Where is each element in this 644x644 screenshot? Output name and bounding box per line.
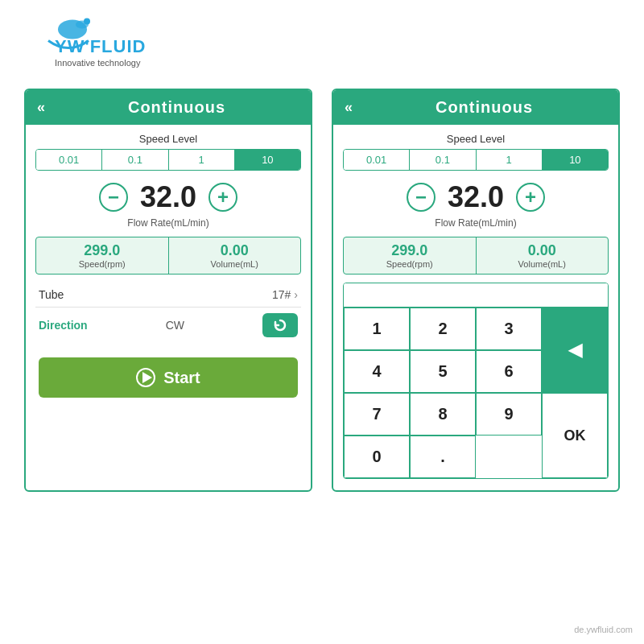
left-panel-header: « Continuous — [26, 90, 311, 125]
left-flow-value: 32.0 — [136, 180, 200, 214]
svg-text:YW'FLUID: YW'FLUID — [55, 36, 146, 56]
right-numpad: 1 2 3 ◀ 4 5 6 7 8 9 OK 0 . — [343, 283, 609, 479]
left-panel-title: Continuous — [54, 98, 299, 117]
left-speed-btn-10[interactable]: 10 — [235, 150, 300, 170]
right-speed-label: Speed(rpm) — [350, 259, 469, 269]
numpad-key-4[interactable]: 4 — [344, 350, 410, 393]
numpad-key-5[interactable]: 5 — [410, 350, 476, 393]
right-speed-btn-1[interactable]: 1 — [477, 150, 543, 170]
right-numpad-input[interactable] — [344, 283, 608, 308]
numpad-key-2[interactable]: 2 — [410, 308, 476, 350]
right-volume-label: Volume(mL) — [483, 259, 602, 269]
left-speed-cell: 299.0 Speed(rpm) — [36, 237, 169, 274]
left-start-label: Start — [163, 369, 200, 387]
numpad-backspace[interactable]: ◀ — [542, 308, 608, 393]
numpad-key-9[interactable]: 9 — [476, 393, 542, 436]
left-speed-value: 299.0 — [43, 242, 162, 259]
right-volume-value: 0.00 — [483, 242, 602, 259]
numpad-ok[interactable]: OK — [542, 393, 608, 478]
left-direction-label: Direction — [39, 319, 88, 332]
left-start-btn-wrap: Start — [35, 357, 301, 398]
right-plus-btn[interactable]: + — [516, 183, 545, 212]
right-speed-btn-0.1[interactable]: 0.1 — [410, 150, 476, 170]
numpad-key-6[interactable]: 6 — [476, 350, 542, 393]
left-plus-btn[interactable]: + — [208, 183, 237, 212]
right-panel-title: Continuous — [361, 98, 607, 117]
numpad-key-3[interactable]: 3 — [476, 308, 542, 350]
left-minus-btn[interactable]: − — [99, 183, 128, 212]
left-panel-body: Speed Level 0.01 0.1 1 10 − 32.0 + Flow … — [26, 125, 311, 409]
right-panel: « Continuous Speed Level 0.01 0.1 1 10 −… — [332, 89, 620, 492]
left-start-btn[interactable]: Start — [39, 357, 298, 398]
left-flow-unit: Flow Rate(mL/min) — [35, 217, 301, 229]
left-tube-chevron: › — [294, 288, 298, 301]
numpad-key-dot[interactable]: . — [410, 436, 476, 478]
left-speed-btn-1[interactable]: 1 — [169, 150, 235, 170]
right-speed-btn-0.01[interactable]: 0.01 — [344, 150, 410, 170]
right-speed-value: 299.0 — [350, 242, 469, 259]
left-tube-row: Tube 17# › — [35, 283, 301, 308]
left-stats-row: 299.0 Speed(rpm) 0.00 Volume(mL) — [35, 237, 301, 275]
left-direction-value: CW — [166, 319, 184, 332]
right-speed-level-buttons: 0.01 0.1 1 10 — [343, 149, 609, 171]
right-numpad-grid: 1 2 3 ◀ 4 5 6 7 8 9 OK 0 . — [344, 308, 608, 478]
right-speed-btn-10[interactable]: 10 — [543, 150, 608, 170]
right-back-icon[interactable]: « — [345, 99, 353, 116]
left-volume-label: Volume(mL) — [175, 259, 295, 269]
numpad-key-0[interactable]: 0 — [344, 436, 410, 478]
panels-row: « Continuous Speed Level 0.01 0.1 1 10 −… — [24, 89, 620, 492]
left-tube-value[interactable]: 17# › — [272, 288, 298, 301]
right-speed-cell: 299.0 Speed(rpm) — [344, 237, 477, 274]
logo: YW'FLUID Innovative technology — [24, 8, 185, 72]
left-speed-level-buttons: 0.01 0.1 1 10 — [35, 149, 301, 171]
right-panel-body: Speed Level 0.01 0.1 1 10 − 32.0 + Flow … — [333, 125, 618, 490]
right-stats-row: 299.0 Speed(rpm) 0.00 Volume(mL) — [343, 237, 609, 275]
left-play-triangle — [142, 372, 152, 383]
left-speed-btn-0.1[interactable]: 0.1 — [102, 150, 168, 170]
right-flow-value: 32.0 — [444, 180, 508, 214]
left-volume-value: 0.00 — [175, 242, 295, 259]
left-back-icon[interactable]: « — [37, 99, 46, 116]
right-flow-rate-row: − 32.0 + — [343, 180, 609, 214]
left-speed-level-label: Speed Level — [35, 133, 301, 145]
left-volume-cell: 0.00 Volume(mL) — [169, 237, 301, 274]
left-tube-number: 17# — [272, 288, 291, 301]
right-volume-cell: 0.00 Volume(mL) — [477, 237, 609, 274]
left-play-icon — [136, 368, 155, 387]
left-speed-btn-0.01[interactable]: 0.01 — [36, 150, 102, 170]
left-direction-row: Direction CW — [35, 308, 301, 343]
svg-point-2 — [84, 19, 90, 25]
numpad-key-1[interactable]: 1 — [344, 308, 410, 350]
left-flow-rate-row: − 32.0 + — [35, 180, 301, 214]
numpad-key-8[interactable]: 8 — [410, 393, 476, 436]
left-panel: « Continuous Speed Level 0.01 0.1 1 10 −… — [24, 89, 312, 492]
logo-tagline: Innovative technology — [55, 58, 140, 68]
left-speed-label: Speed(rpm) — [43, 259, 162, 269]
right-minus-btn[interactable]: − — [407, 183, 436, 212]
right-flow-unit: Flow Rate(mL/min) — [343, 217, 609, 229]
right-panel-header: « Continuous — [333, 90, 618, 125]
left-tube-label: Tube — [39, 288, 64, 301]
right-speed-level-label: Speed Level — [343, 133, 609, 145]
watermark: de.ywfluid.com — [574, 625, 633, 634]
left-direction-toggle[interactable] — [262, 313, 298, 337]
numpad-key-7[interactable]: 7 — [344, 393, 410, 436]
